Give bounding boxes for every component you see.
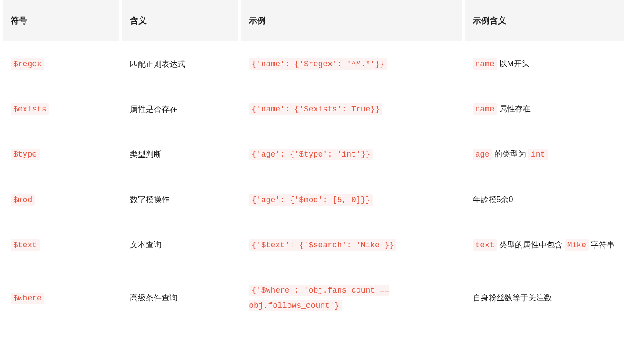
- cell-example-meaning: text 类型的属性中包含 Mike 字符串: [465, 222, 625, 268]
- desc-text: 属性存在: [497, 104, 531, 113]
- header-meaning: 含义: [122, 0, 239, 41]
- cell-example: {'name': {'$regex': '^M.*'}}: [241, 41, 462, 86]
- desc-code: name: [473, 58, 497, 70]
- cell-example-meaning: 自身粉丝数等于关注数: [465, 268, 625, 328]
- cell-symbol: $exists: [3, 86, 119, 132]
- table-row: $where高级条件查询{'$where': 'obj.fans_count =…: [3, 268, 624, 328]
- cell-example-meaning: name 以M开头: [465, 41, 625, 86]
- cell-example: {'age': {'$mod': [5, 0]}}: [241, 177, 462, 222]
- example-code: {'name': {'$exists': True}}: [249, 103, 382, 115]
- cell-example-meaning: 年龄模5余0: [465, 177, 625, 222]
- symbol-code: $where: [11, 293, 44, 304]
- cell-meaning: 属性是否存在: [122, 86, 239, 132]
- desc-code: text: [473, 239, 497, 251]
- cell-symbol: $where: [3, 268, 119, 328]
- cell-meaning: 数字模操作: [122, 177, 239, 222]
- cell-example: {'$where': 'obj.fans_count == obj.follow…: [241, 268, 462, 328]
- desc-text: 的类型为: [492, 150, 528, 158]
- table-row: $regex匹配正则表达式{'name': {'$regex': '^M.*'}…: [3, 41, 624, 86]
- cell-meaning: 高级条件查询: [122, 268, 239, 328]
- symbol-code: $type: [11, 149, 40, 160]
- table-row: $mod数字模操作{'age': {'$mod': [5, 0]}}年龄模5余0: [3, 177, 624, 222]
- desc-code: name: [473, 103, 497, 115]
- cell-symbol: $mod: [3, 177, 119, 222]
- desc-text: 年龄模5余0: [473, 195, 513, 204]
- symbol-code: $exists: [11, 103, 49, 115]
- table-row: $type类型判断{'age': {'$type': 'int'}}age 的类…: [3, 132, 624, 177]
- cell-example-meaning: name 属性存在: [465, 86, 625, 132]
- example-code: {'age': {'$type': 'int'}}: [249, 149, 373, 160]
- table-row: $exists属性是否存在{'name': {'$exists': True}}…: [3, 86, 624, 132]
- desc-text: 类型的属性中包含: [497, 240, 565, 249]
- cell-example: {'age': {'$type': 'int'}}: [241, 132, 462, 177]
- desc-text: 字符串: [589, 240, 615, 249]
- symbol-code: $mod: [11, 194, 35, 206]
- example-code: {'$where': 'obj.fans_count == obj.follow…: [249, 285, 389, 311]
- operators-table: 符号 含义 示例 示例含义 $regex匹配正则表达式{'name': {'$r…: [0, 0, 627, 328]
- desc-code: age: [473, 149, 492, 160]
- cell-symbol: $regex: [3, 41, 119, 86]
- cell-meaning: 文本查询: [122, 222, 239, 268]
- header-example: 示例: [241, 0, 462, 41]
- symbol-code: $regex: [11, 58, 44, 70]
- example-code: {'$text': {'$search': 'Mike'}}: [249, 239, 396, 251]
- cell-meaning: 匹配正则表达式: [122, 41, 239, 86]
- header-example-meaning: 示例含义: [465, 0, 625, 41]
- cell-example: {'name': {'$exists': True}}: [241, 86, 462, 132]
- example-code: {'age': {'$mod': [5, 0]}}: [249, 194, 373, 206]
- cell-symbol: $type: [3, 132, 119, 177]
- cell-symbol: $text: [3, 222, 119, 268]
- desc-text: 自身粉丝数等于关注数: [473, 293, 552, 302]
- example-code: {'name': {'$regex': '^M.*'}}: [249, 58, 387, 70]
- cell-meaning: 类型判断: [122, 132, 239, 177]
- table-header-row: 符号 含义 示例 示例含义: [3, 0, 624, 41]
- cell-example-meaning: age 的类型为 int: [465, 132, 625, 177]
- desc-code: Mike: [565, 239, 589, 251]
- symbol-code: $text: [11, 239, 40, 251]
- desc-text: 以M开头: [497, 59, 530, 68]
- table-row: $text文本查询{'$text': {'$search': 'Mike'}}t…: [3, 222, 624, 268]
- header-symbol: 符号: [3, 0, 119, 41]
- desc-code: int: [528, 149, 548, 160]
- cell-example: {'$text': {'$search': 'Mike'}}: [241, 222, 462, 268]
